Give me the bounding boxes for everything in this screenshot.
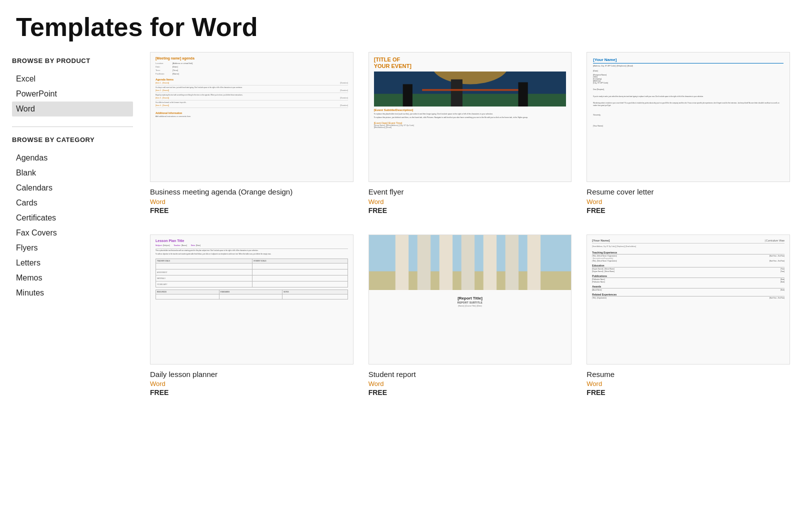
sidebar-item-calendars[interactable]: Calendars — [12, 180, 133, 196]
template-thumb-student-report: [Report Title] REPORT SUBTITLE [Name] | … — [368, 234, 572, 364]
svg-rect-5 — [518, 82, 528, 106]
svg-rect-3 — [402, 84, 412, 107]
template-preview-report: [Report Title] REPORT SUBTITLE [Name] | … — [369, 235, 572, 364]
sidebar-item-agendas[interactable]: Agendas — [12, 150, 133, 166]
svg-rect-10 — [395, 235, 408, 290]
sidebar-item-excel[interactable]: Excel — [12, 72, 133, 86]
svg-rect-14 — [483, 235, 496, 290]
template-price-2: FREE — [586, 206, 790, 214]
sidebar-item-cards[interactable]: Cards — [12, 196, 133, 210]
template-card-resume-cover-letter[interactable]: [Your Name] [Address, City, ST ZIP Code]… — [586, 52, 790, 214]
template-product-4: Word — [368, 380, 572, 388]
sidebar-item-powerpoint[interactable]: PowerPoint — [12, 86, 133, 102]
page-title: Templates for Word — [0, 0, 800, 52]
event-img — [374, 72, 566, 106]
sidebar-item-fax-covers[interactable]: Fax Covers — [12, 226, 133, 240]
template-preview-event: [TITLE OFYOUR EVENT] — [369, 52, 572, 182]
template-thumb-daily-lesson-planner: Lesson Plan Title Subject: [Subject] Tea… — [150, 234, 354, 364]
template-card-student-report[interactable]: [Report Title] REPORT SUBTITLE [Name] | … — [368, 234, 572, 397]
template-card-resume[interactable]: [Your Name] | Curriculum Vitae [Street A… — [586, 234, 790, 397]
sidebar-item-blank[interactable]: Blank — [12, 166, 133, 180]
svg-rect-16 — [527, 235, 540, 290]
template-name-2: Resume cover letter — [586, 187, 790, 197]
template-price-1: FREE — [368, 206, 572, 214]
template-card-business-meeting-agenda[interactable]: [Meeting name] agenda Location:[Address … — [150, 52, 354, 214]
template-preview-cover-letter: [Your Name] [Address, City, ST ZIP Code]… — [587, 52, 790, 182]
svg-rect-6 — [422, 89, 518, 91]
main-layout: BROWSE BY PRODUCT Excel PowerPoint Word … — [0, 52, 800, 416]
template-price-4: FREE — [368, 388, 572, 396]
template-product-0: Word — [150, 198, 354, 206]
template-price-5: FREE — [586, 388, 790, 396]
template-product-2: Word — [586, 198, 790, 206]
sidebar-item-minutes[interactable]: Minutes — [12, 286, 133, 300]
template-name-5: Resume — [586, 370, 790, 380]
template-thumb-resume-cover-letter: [Your Name] [Address, City, ST ZIP Code]… — [586, 52, 790, 182]
template-preview-resume: [Your Name] | Curriculum Vitae [Street A… — [587, 235, 790, 364]
sidebar-divider — [12, 126, 133, 127]
report-image — [369, 235, 572, 290]
template-product-3: Word — [150, 380, 354, 388]
template-product-5: Word — [586, 380, 790, 388]
template-name-1: Event flyer — [368, 187, 572, 197]
browse-by-product-label: BROWSE BY PRODUCT — [12, 57, 133, 66]
template-card-event-flyer[interactable]: [TITLE OFYOUR EVENT] — [368, 52, 572, 214]
product-list: Excel PowerPoint Word — [12, 72, 133, 116]
template-grid: [Meeting name] agenda Location:[Address … — [150, 52, 790, 396]
sidebar: BROWSE BY PRODUCT Excel PowerPoint Word … — [0, 52, 145, 396]
sidebar-item-word[interactable]: Word — [12, 102, 133, 116]
svg-rect-11 — [417, 235, 430, 290]
browse-by-category-label: BROWSE BY CATEGORY — [12, 136, 133, 144]
sidebar-item-flyers[interactable]: Flyers — [12, 240, 133, 256]
main-content: [Meeting name] agenda Location:[Address … — [145, 52, 800, 396]
sidebar-item-memos[interactable]: Memos — [12, 270, 133, 286]
sidebar-item-certificates[interactable]: Certificates — [12, 210, 133, 226]
sidebar-item-letters[interactable]: Letters — [12, 256, 133, 270]
template-preview-agenda: [Meeting name] agenda Location:[Address … — [150, 52, 353, 182]
template-preview-lesson: Lesson Plan Title Subject: [Subject] Tea… — [150, 235, 353, 364]
template-thumb-business-meeting-agenda: [Meeting name] agenda Location:[Address … — [150, 52, 354, 182]
template-price-0: FREE — [150, 206, 354, 214]
template-product-1: Word — [368, 198, 572, 206]
template-name-0: Business meeting agenda (Orange design) — [150, 187, 354, 197]
svg-rect-13 — [461, 235, 474, 290]
template-price-3: FREE — [150, 388, 354, 396]
category-list: Agendas Blank Calendars Cards Certificat… — [12, 150, 133, 300]
template-thumb-resume: [Your Name] | Curriculum Vitae [Street A… — [586, 234, 790, 364]
svg-rect-15 — [505, 235, 518, 290]
template-thumb-event-flyer: [TITLE OFYOUR EVENT] — [368, 52, 572, 182]
svg-rect-4 — [451, 80, 462, 106]
template-name-3: Daily lesson planner — [150, 370, 354, 380]
template-name-4: Student report — [368, 370, 572, 380]
template-card-daily-lesson-planner[interactable]: Lesson Plan Title Subject: [Subject] Tea… — [150, 234, 354, 397]
svg-rect-12 — [439, 235, 452, 290]
